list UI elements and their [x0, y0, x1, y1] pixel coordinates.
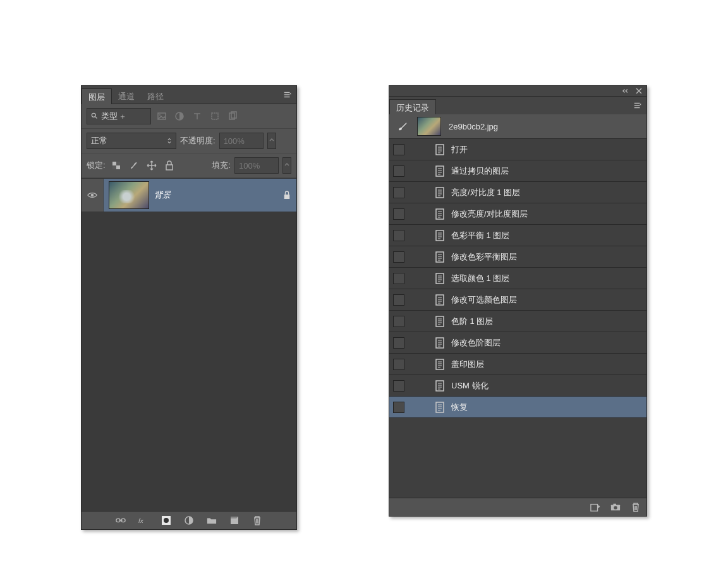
history-row[interactable]: 选取颜色 1 图层	[389, 268, 646, 289]
history-row[interactable]: 通过拷贝的图层	[389, 160, 646, 182]
history-source-checkbox[interactable]	[393, 187, 404, 198]
filter-smart-icon[interactable]	[226, 109, 240, 123]
history-step-label: 色彩平衡 1 图层	[451, 230, 509, 241]
history-step-label: 恢复	[451, 402, 468, 413]
layer-name[interactable]: 背景	[154, 189, 277, 201]
history-source-checkbox[interactable]	[393, 165, 404, 177]
svg-rect-9	[116, 162, 120, 165]
adjustment-icon[interactable]	[183, 515, 195, 526]
tab-paths[interactable]: 路径	[141, 88, 170, 104]
history-source-checkbox[interactable]	[393, 380, 404, 392]
layer-row[interactable]: 背景	[82, 178, 296, 212]
svg-rect-20	[436, 145, 444, 155]
opacity-input[interactable]: 100%	[219, 133, 264, 149]
filter-row: 类型	[82, 104, 296, 129]
link-icon[interactable]	[115, 515, 126, 526]
layers-list: 背景	[82, 178, 296, 512]
history-source-checkbox[interactable]	[393, 230, 404, 241]
tabs-row: 图层 通道 路径	[82, 86, 296, 104]
collapse-bar	[389, 86, 646, 97]
document-icon	[435, 294, 445, 306]
group-icon[interactable]	[206, 515, 217, 526]
blend-row: 正常 不透明度: 100%	[82, 129, 296, 153]
svg-rect-32	[436, 402, 444, 412]
history-step-label: 修改可选颜色图层	[451, 294, 517, 306]
close-icon[interactable]	[635, 85, 643, 97]
lock-all-icon[interactable]	[162, 159, 176, 172]
history-row[interactable]: 色彩平衡 1 图层	[389, 225, 646, 246]
history-source-checkbox[interactable]	[393, 208, 404, 220]
history-source-row[interactable]: 2e9b0cb2.jpg	[389, 114, 646, 139]
document-icon	[435, 165, 445, 177]
new-layer-icon[interactable]	[229, 515, 240, 526]
history-source-checkbox[interactable]	[393, 144, 404, 155]
tab-layers[interactable]: 图层	[82, 88, 112, 104]
lock-transparent-icon[interactable]	[109, 159, 123, 172]
fx-icon[interactable]: fx	[138, 515, 149, 526]
svg-point-2	[159, 114, 161, 116]
history-source-checkbox[interactable]	[393, 251, 404, 263]
history-list: 打开通过拷贝的图层亮度/对比度 1 图层修改亮度/对比度图层色彩平衡 1 图层修…	[389, 139, 646, 418]
visibility-toggle[interactable]	[82, 179, 104, 212]
document-icon	[435, 337, 445, 349]
history-row[interactable]: 修改色彩平衡图层	[389, 246, 646, 268]
blend-mode-dropdown[interactable]: 正常	[87, 133, 176, 149]
history-row[interactable]: 打开	[389, 139, 646, 160]
trash-icon[interactable]	[252, 515, 263, 526]
history-source-checkbox[interactable]	[393, 402, 404, 413]
document-icon	[435, 208, 445, 220]
new-document-from-state-icon[interactable]	[590, 501, 601, 513]
history-row[interactable]: 恢复	[389, 397, 646, 418]
svg-rect-4	[212, 113, 218, 119]
history-row[interactable]: USM 锐化	[389, 375, 646, 397]
svg-point-36	[614, 506, 617, 509]
history-row[interactable]: 修改色阶图层	[389, 332, 646, 354]
lock-move-icon[interactable]	[145, 159, 159, 172]
svg-rect-30	[436, 359, 444, 369]
layers-body: 类型 正常 不透明度: 100% 锁定:	[82, 104, 296, 512]
history-row[interactable]: 修改可选颜色图层	[389, 289, 646, 311]
history-step-label: 修改色彩平衡图层	[451, 251, 517, 263]
fill-label: 填充:	[212, 160, 231, 171]
snapshot-icon[interactable]	[610, 501, 621, 513]
opacity-stepper[interactable]	[267, 133, 276, 149]
history-row[interactable]: 盖印图层	[389, 354, 646, 375]
filter-type-dropdown[interactable]: 类型	[87, 108, 151, 124]
panel-menu-icon[interactable]	[279, 86, 296, 104]
history-source-checkbox[interactable]	[393, 359, 404, 370]
collapse-icon[interactable]	[622, 85, 630, 97]
history-step-label: 亮度/对比度 1 图层	[451, 187, 520, 198]
filter-adjustment-icon[interactable]	[173, 109, 186, 123]
tab-history[interactable]: 历史记录	[389, 99, 436, 115]
history-row[interactable]: 修改亮度/对比度图层	[389, 203, 646, 225]
svg-rect-31	[436, 381, 444, 391]
history-panel-menu-icon[interactable]	[629, 97, 646, 114]
filter-pixel-icon[interactable]	[155, 109, 169, 123]
fill-input[interactable]: 100%	[234, 157, 279, 174]
lock-paint-icon[interactable]	[127, 159, 141, 172]
delete-state-icon[interactable]	[630, 501, 641, 513]
history-step-label: 通过拷贝的图层	[451, 165, 509, 177]
svg-rect-10	[112, 165, 116, 169]
filter-type-icon[interactable]	[190, 109, 204, 123]
layer-thumbnail[interactable]	[109, 181, 149, 209]
history-step-label: 选取颜色 1 图层	[451, 273, 509, 284]
history-row[interactable]: 色阶 1 图层	[389, 311, 646, 332]
history-step-label: 盖印图层	[451, 359, 484, 370]
filter-shape-icon[interactable]	[208, 109, 222, 123]
svg-rect-21	[436, 166, 444, 176]
svg-rect-24	[436, 231, 444, 241]
history-tabs: 历史记录	[389, 97, 646, 115]
history-row[interactable]: 亮度/对比度 1 图层	[389, 182, 646, 203]
tab-channels[interactable]: 通道	[112, 88, 141, 104]
mask-icon[interactable]	[161, 515, 172, 526]
svg-text:fx: fx	[138, 517, 144, 524]
svg-point-0	[92, 113, 95, 117]
history-brush-icon	[396, 119, 410, 133]
history-source-checkbox[interactable]	[393, 316, 404, 327]
svg-rect-23	[436, 209, 444, 219]
fill-stepper[interactable]	[282, 157, 291, 174]
history-source-checkbox[interactable]	[393, 273, 404, 284]
history-source-checkbox[interactable]	[393, 337, 404, 349]
history-source-checkbox[interactable]	[393, 294, 404, 306]
